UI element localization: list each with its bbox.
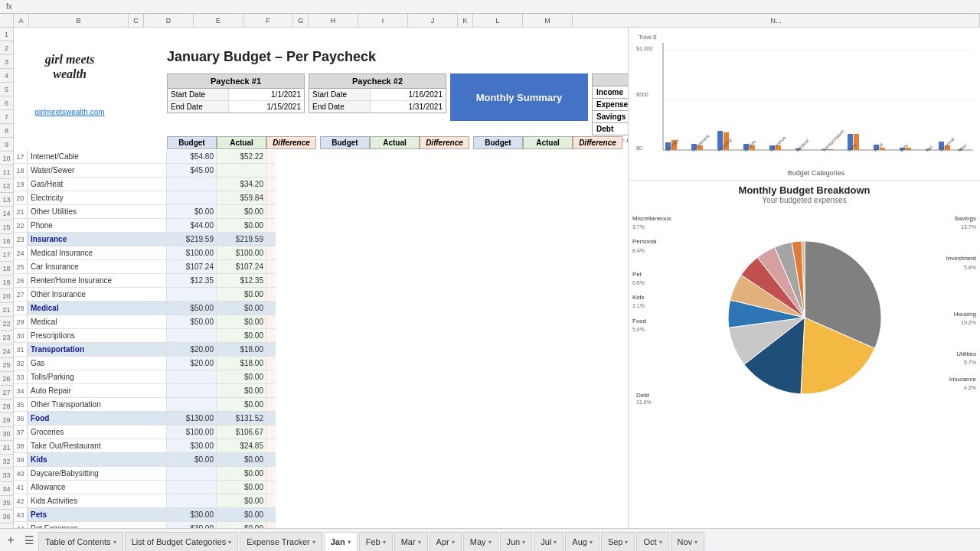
svg-text:Medical: Medical: [795, 139, 809, 153]
sheet-tab[interactable]: May▾: [463, 532, 498, 552]
table-row: 33Tolls/Parking$0.00$0.00$0.00$0.00$0.00…: [14, 370, 276, 384]
sheet-tab[interactable]: Aug▾: [565, 532, 599, 552]
table-row: 18Water/Sewer$45.00$0.00$0.00$45.00-$45.…: [14, 164, 276, 178]
table-row: 30Prescriptions$0.00$0.00$0.00$0.00$0.00…: [14, 329, 276, 343]
pie-chart-container: Monthly Budget Breakdown Your budgeted e…: [629, 181, 980, 528]
sheet-tab[interactable]: Feb▾: [359, 532, 393, 552]
p2-col-actual: Actual: [370, 136, 420, 149]
svg-text:Pet: Pet: [925, 145, 933, 153]
pie-labels-left: Miscellaneous3.7% Personal8.4% Pet0.6% K…: [632, 214, 671, 334]
table-row: 23Insurance$219.59$219.59$0.00$0.00$0.00…: [14, 233, 276, 246]
page-title: January Budget – Per Paycheck: [167, 49, 376, 65]
personal-label: Personal8.4%: [632, 237, 671, 254]
p1-end-value: 1/15/2021: [229, 101, 304, 112]
svg-text:$0: $0: [636, 145, 642, 151]
col-L: L: [473, 14, 523, 27]
table-row: 21Other Utilities$0.00$0.00$10.00$0.00-$…: [14, 205, 276, 219]
monthly-summary-box: Monthly Summary: [450, 73, 588, 121]
svg-text:Food: Food: [873, 142, 884, 153]
p1-end-label: End Date: [168, 101, 229, 112]
logo-area: girl meetswealth girlmeetswealth.com: [20, 52, 119, 116]
housing-label: Housing19.2%: [946, 310, 976, 327]
monthly-summary-label: Monthly Summary: [476, 92, 563, 103]
debt-label: Debt31.6%: [636, 392, 652, 406]
svg-text:Transportation: Transportation: [821, 129, 844, 152]
pie-chart-subtitle: Your budgeted expenses: [632, 196, 976, 204]
table-row: 34Auto Repair$0.00$0.00$0.00$0.00$0.00$0…: [14, 384, 276, 398]
table-row: 24Medical Insurance$100.00$100.00$0.00$0…: [14, 246, 276, 260]
misc-label: Miscellaneous3.7%: [632, 214, 671, 231]
add-sheet-button[interactable]: +: [2, 531, 20, 549]
p1-col-diff: Difference: [266, 136, 316, 149]
sheet-tab[interactable]: Expense Tracker▾: [240, 532, 322, 552]
svg-rect-20: [828, 149, 833, 150]
logo-url[interactable]: girlmeetswealth.com: [20, 108, 119, 116]
p1-col-budget: Budget: [167, 136, 217, 149]
p2-start-label: Start Date: [309, 89, 371, 100]
table-row: 39Kids$0.00$0.00$0.00$110.00$110.00$0.00…: [14, 453, 276, 467]
table-row: 31Transportation$20.00$18.00-$2.00$0.00$…: [14, 343, 276, 357]
col-I: I: [358, 14, 408, 27]
sheet-content: girl meetswealth girlmeetswealth.com Jan…: [14, 28, 628, 528]
p2-col-diff: Difference: [420, 136, 469, 149]
table-row: 43Pets$30.00$0.00-$30.00$0.00$0.00$0.00$…: [14, 508, 276, 522]
pie-labels-right: Savings13.7% Investment5.8% Housing19.2%…: [946, 214, 976, 392]
paycheck2-header: Paycheck #2: [309, 74, 446, 89]
budget-rows-area: 17Internet/Cable$54.80$52.22-$2.58$0.00$…: [14, 150, 276, 528]
summary-savings-label: Savings: [593, 111, 629, 123]
sheet-tab[interactable]: Nov▾: [671, 532, 705, 552]
table-row: 38Take Out/Restaurant$30.00$24.85-$5.15$…: [14, 439, 276, 453]
col-B: B: [29, 14, 129, 27]
table-row: 28Medical$50.00$0.00-$50.00$0.00$0.00$0.…: [14, 302, 276, 315]
table-row: 32Gas$20.00$18.00-$2.00$0.00$0.00$20.00$…: [14, 357, 276, 370]
sheet-tab[interactable]: Jul▾: [534, 532, 564, 552]
sheet-tab[interactable]: Table of Contents▾: [38, 532, 123, 552]
p1-start-value: 1/1/2021: [229, 89, 304, 100]
pie-chart-svg: [713, 210, 897, 425]
p2-end-value: 1/31/2021: [371, 101, 446, 112]
sheet-tab[interactable]: Sep▾: [601, 532, 635, 552]
budget-col-headers: Budget Actual Difference Budget Actual D…: [167, 136, 622, 149]
sheet-tab[interactable]: Jun▾: [500, 532, 533, 552]
p2-end-label: End Date: [309, 101, 371, 112]
col-G: G: [293, 14, 309, 27]
col-M: M: [523, 14, 573, 27]
table-row: 44Pet Expenses$30.00$0.00-$30.00$0.00$0.…: [14, 522, 276, 528]
formula-bar: fx: [6, 2, 12, 11]
tot-col-budget: Budget: [473, 136, 523, 149]
table-row: 19Gas/Heat$34.20$34.20$45.00$0.00-$45.00…: [14, 178, 276, 191]
col-A: A: [14, 14, 29, 27]
table-row: 42Kids Activities$0.00$0.00$110.00$110.0…: [14, 494, 276, 508]
table-row: 22Phone$44.00$0.00-$44.00$0.00$0.00$44.0…: [14, 219, 276, 233]
insurance-label: Insurance4.2%: [946, 375, 976, 392]
table-row: 35Other Transportation$0.00$0.00$0.00$0.…: [14, 398, 276, 412]
food-label: Food5.0%: [632, 317, 671, 334]
p1-start-label: Start Date: [168, 89, 229, 100]
table-row: 40Daycare/Babysitting$0.00$0.00$0.00$0.0…: [14, 467, 276, 481]
tab-bar: + ☰ Table of Contents▾List of Budget Cat…: [0, 528, 980, 551]
sheet-tab[interactable]: Apr▾: [430, 532, 462, 552]
tot-col-diff: Difference: [573, 136, 622, 149]
col-K: K: [458, 14, 473, 27]
svg-text:$1,000: $1,000: [636, 46, 653, 51]
summary-expenses-label: Expenses*: [593, 99, 629, 111]
col-F: F: [243, 14, 293, 27]
table-row: 20Electricity$59.84$59.84$100.00$0.00-$1…: [14, 191, 276, 205]
col-D: D: [144, 14, 194, 27]
p1-col-actual: Actual: [217, 136, 266, 149]
sheet-tab[interactable]: Jan▾: [324, 532, 358, 552]
col-C: C: [129, 14, 144, 27]
col-E: E: [194, 14, 243, 27]
sheet-tab[interactable]: List of Budget Categories▾: [125, 532, 239, 552]
tot-col-actual: Actual: [523, 136, 573, 149]
table-row: 26Renter/Home Insurance$12.35$12.35$0.00…: [14, 274, 276, 288]
sheet-tab[interactable]: Oct▾: [636, 532, 668, 552]
sheet-tab[interactable]: Mar▾: [394, 532, 428, 552]
svg-text:$500: $500: [636, 92, 648, 97]
svg-text:Misc.: Misc.: [957, 142, 968, 152]
paycheck1-header: Paycheck #1: [168, 74, 304, 89]
table-row: 27Other Insurance$0.00$0.00$0.00$0.00$0.…: [14, 288, 276, 302]
paycheck1-box: Paycheck #1 Start Date 1/1/2021 End Date…: [167, 73, 305, 113]
sheet-menu-button[interactable]: ☰: [20, 531, 38, 549]
summary-income-label: Income: [593, 86, 629, 99]
